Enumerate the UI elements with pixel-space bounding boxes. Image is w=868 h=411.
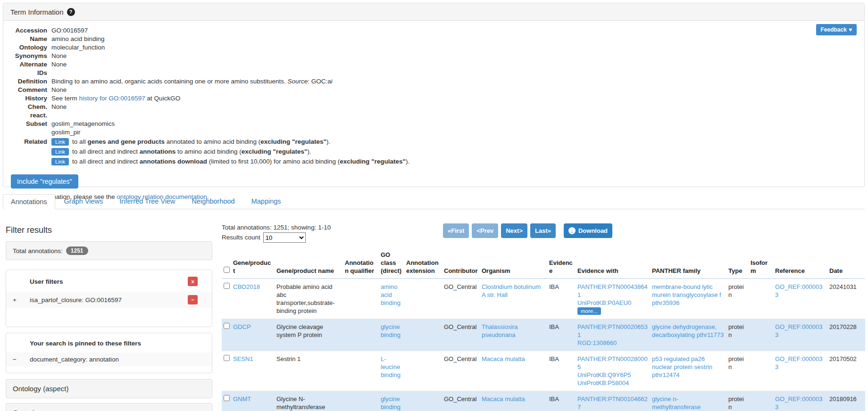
subset-value: goslim_pir (51, 128, 857, 137)
field-chem-react: Chem. react. None (11, 103, 857, 120)
go-class-link[interactable]: glycine binding (381, 323, 401, 338)
reference-link[interactable]: GO_REF:0000033 (775, 283, 822, 298)
results-count-select[interactable]: 10 (263, 232, 306, 243)
tab-neighborhood[interactable]: Neighborhood (184, 194, 242, 209)
gene-product-type: protein (728, 395, 744, 411)
row-checkbox[interactable] (224, 395, 230, 401)
tab-inferred-tree-view[interactable]: Inferred Tree View (112, 194, 183, 209)
evidence-with-link[interactable]: PANTHER:PTN000438641 (577, 283, 648, 298)
evidence-code: IBA (549, 355, 559, 362)
gene-product-link[interactable]: GDCP (233, 323, 251, 330)
evidence-with-link[interactable]: UniProtKB:P0AEU0 (577, 299, 631, 306)
evidence-code: IBA (549, 323, 559, 330)
last-page-button[interactable]: Last» (530, 223, 556, 238)
column-header: Annotation extension (406, 249, 444, 279)
row-checkbox[interactable] (224, 355, 230, 361)
annotation-date: 20241031 (829, 283, 857, 290)
feedback-button[interactable]: Feedback♥ (816, 24, 857, 35)
tab-annotations[interactable]: Annotations (3, 194, 55, 209)
pagination: «First <Prev Next> Last» ↓ Download (443, 223, 615, 238)
column-header: Date (829, 249, 865, 279)
gene-product-link[interactable]: SESN1 (233, 355, 253, 362)
field-name: Name amino acid binding (11, 35, 857, 43)
annotations-table: Gene/productGene/product nameAnnotation … (222, 249, 865, 411)
accordion-ontology-aspect[interactable]: Ontology (aspect) (6, 379, 212, 398)
user-filters-title: User filters (30, 278, 188, 285)
column-header: Gene/product name (276, 249, 345, 279)
panther-family-link[interactable]: glycine n-methyltransferase pthr16458 (652, 395, 701, 411)
reference-link[interactable]: GO_REF:0000033 (775, 355, 822, 370)
annotations-table-body: CBO2018Probable amino acid abc transport… (222, 279, 865, 411)
tab-mappings[interactable]: Mappings (244, 194, 289, 209)
definition-source-label: Source (288, 78, 308, 85)
column-header: Annotation qualifier (345, 249, 381, 279)
gene-product-name: Glycine cleavage system P protein (276, 323, 323, 338)
column-header: Isoform (751, 249, 775, 279)
related-link-button[interactable]: Link (51, 148, 69, 156)
gene-product-link[interactable]: GNMT (233, 395, 251, 403)
annotation-date: 20170228 (829, 323, 857, 330)
annotation-date: 20170502 (829, 355, 857, 362)
more-button[interactable]: more... (577, 307, 601, 315)
field-alternate-ids: Alternate IDs None (11, 60, 857, 77)
accordion-organism[interactable]: Organism (6, 403, 212, 411)
table-row: SESN1Sestrin 1L-leucine bindingGO_Centra… (222, 351, 865, 391)
annotations-main: Total annotations: 1251; showing: 1-10 R… (222, 223, 865, 411)
pinned-filters-title: Your search is pinned to these filters (30, 340, 198, 347)
heart-icon: ♥ (849, 26, 852, 33)
reference-link[interactable]: GO_REF:0000033 (775, 323, 822, 338)
row-checkbox[interactable] (224, 323, 230, 329)
gene-product-type: protein (728, 355, 744, 370)
evidence-with-link[interactable]: UniProtKB:Q9Y6P5 (577, 371, 631, 378)
column-header: Gene/product (233, 249, 276, 279)
history-link[interactable]: history for GO:0016597 (79, 95, 145, 102)
table-header-row: Gene/productGene/product nameAnnotation … (222, 249, 865, 279)
remove-filter-button[interactable]: − (188, 295, 198, 304)
evidence-with-link[interactable]: RGD:1308660 (577, 339, 617, 346)
tab-graph-views[interactable]: Graph Views (57, 194, 111, 209)
pinned-filter-row: − document_category: annotation (6, 353, 212, 366)
gene-product-link[interactable]: CBO2018 (233, 283, 260, 290)
reference-link[interactable]: GO_REF:0000033 (775, 395, 822, 411)
evidence-with-link[interactable]: PANTHER:PTN000280005 (577, 355, 648, 370)
column-header: Contributor (444, 249, 482, 279)
organism-link[interactable]: Macaca mulatta (482, 395, 525, 403)
download-button[interactable]: ↓ Download (564, 223, 612, 238)
field-related: Related Link to all genes and gene produ… (11, 137, 857, 166)
annotation-date: 20180916 (829, 395, 857, 403)
organism-link[interactable]: Macaca mulatta (482, 355, 525, 362)
evidence-with-link[interactable]: UniProtKB:P58004 (577, 379, 629, 386)
field-accession: Accession GO:0016597 (11, 26, 857, 35)
panther-family-link[interactable]: p53 regulated pa26 nuclear protein sestr… (652, 355, 712, 378)
gene-product-name: Glycine N-methyltransferase (276, 395, 325, 411)
related-link-button[interactable]: Link (51, 158, 69, 165)
prev-page-button[interactable]: <Prev (472, 223, 498, 238)
contributor: GO_Central (444, 355, 476, 362)
go-class-link[interactable]: glycine binding (381, 395, 401, 411)
evidence-with-link[interactable]: PANTHER:PTN001046627 (577, 395, 648, 411)
organism-link[interactable]: Clostridium botulinum A str. Hall (482, 283, 541, 298)
evidence-code: IBA (549, 395, 559, 403)
go-class-link[interactable]: L-leucine binding (381, 355, 401, 378)
organism-link[interactable]: Thalassiosira pseudonana (482, 323, 518, 338)
column-header: Evidence (549, 249, 577, 279)
filter-op: + (13, 296, 30, 304)
column-header: PANTHER family (652, 249, 728, 279)
panther-family-link[interactable]: glycine dehydrogenase, decarboxylating p… (652, 323, 724, 338)
field-history: History See term history for GO:0016597 … (11, 94, 857, 103)
related-link-button[interactable]: Link (51, 138, 69, 146)
help-icon[interactable]: ? (67, 8, 75, 16)
include-regulates-button[interactable]: Include "regulates" (11, 174, 78, 189)
contributor: GO_Central (444, 323, 476, 330)
column-header: Type (728, 249, 751, 279)
total-annotations-box: Total annotations: 1251 (6, 241, 212, 260)
row-checkbox[interactable] (224, 283, 230, 289)
go-class-link[interactable]: amino acid binding (381, 283, 401, 306)
evidence-with-link[interactable]: PANTHER:PTN000206531 (577, 323, 648, 338)
select-all-checkbox[interactable] (224, 267, 230, 273)
first-page-button[interactable]: «First (443, 223, 469, 238)
next-page-button[interactable]: Next> (501, 223, 527, 238)
term-information-panel: Term Information ? Feedback♥ Accession G… (3, 3, 865, 187)
clear-user-filters-button[interactable]: x (188, 277, 198, 286)
panther-family-link[interactable]: membrane-bound lytic murein transglycosy… (652, 283, 721, 306)
